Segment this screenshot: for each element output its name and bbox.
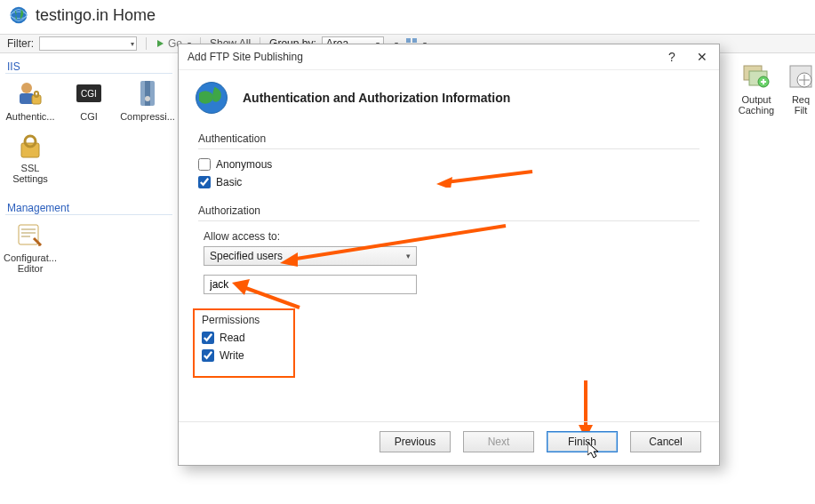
- chevron-down-icon: ▾: [131, 40, 134, 48]
- filter-label: Filter:: [7, 37, 34, 50]
- user-lock-icon: [16, 79, 44, 108]
- launcher-label: Req Filt: [792, 94, 810, 116]
- lock-icon: [16, 131, 44, 159]
- svg-rect-13: [145, 81, 150, 106]
- previous-button[interactable]: Previous: [380, 431, 451, 452]
- authz-section-title: Authorization: [198, 204, 699, 217]
- allow-access-dropdown[interactable]: Specified users ▾: [204, 246, 417, 266]
- launcher-config-editor[interactable]: Configurat... Editor: [5, 220, 55, 274]
- svg-marker-33: [587, 443, 598, 458]
- management-icon-grid: Configurat... Editor: [5, 220, 172, 274]
- cancel-button[interactable]: Cancel: [630, 431, 701, 452]
- write-label: Write: [220, 349, 244, 362]
- close-button[interactable]: ✕: [694, 50, 710, 64]
- launcher-cgi[interactable]: CGI CGI: [64, 79, 114, 122]
- management-group-header: Management: [5, 198, 172, 215]
- launcher-compression[interactable]: Compressi...: [123, 79, 172, 122]
- authentication-section: Authentication Anonymous Basic: [198, 132, 699, 188]
- svg-rect-3: [412, 38, 417, 43]
- ftp-publishing-dialog: Add FTP Site Publishing ? ✕ Authenticati…: [178, 44, 720, 466]
- config-editor-icon: [16, 220, 44, 249]
- go-arrow-icon: [156, 38, 166, 49]
- read-checkbox-row[interactable]: Read: [202, 332, 286, 344]
- finish-button[interactable]: Finish: [547, 431, 618, 452]
- dialog-titlebar: Add FTP Site Publishing ? ✕: [179, 44, 719, 70]
- page-titlebar: testingo.in Home: [0, 0, 815, 34]
- globe-large-icon: [193, 79, 230, 116]
- auth-section-title: Authentication: [198, 132, 699, 145]
- compression-icon: [133, 79, 162, 108]
- iis-icon-grid: Authentic... CGI CGI Compressi...: [5, 79, 172, 122]
- dialog-title: Add FTP Site Publishing: [188, 51, 303, 63]
- allow-access-value: Specified users: [210, 250, 283, 262]
- launcher-label: Compressi...: [120, 111, 175, 122]
- svg-rect-2: [406, 38, 411, 43]
- anonymous-label: Anonymous: [216, 158, 272, 171]
- svg-point-14: [145, 96, 150, 101]
- dialog-button-row: Previous Next Finish Cancel: [179, 421, 719, 465]
- launcher-label: CGI: [80, 111, 98, 122]
- perm-section-title: Permissions: [202, 314, 286, 326]
- launcher-ssl-settings[interactable]: SSL Settings: [5, 131, 55, 184]
- anonymous-checkbox-row[interactable]: Anonymous: [198, 158, 699, 171]
- basic-checkbox-row[interactable]: Basic: [198, 176, 699, 188]
- dialog-header: Authentication and Authorization Informa…: [179, 70, 719, 132]
- next-button: Next: [463, 431, 534, 452]
- launcher-output-caching[interactable]: Output Caching: [735, 62, 778, 116]
- filter-combo[interactable]: ▾: [39, 36, 137, 51]
- read-label: Read: [220, 332, 245, 344]
- launcher-request-filtering[interactable]: Req Filt: [787, 62, 815, 116]
- authorization-section: Authorization Allow access to: Specified…: [198, 204, 699, 294]
- read-checkbox[interactable]: [202, 332, 214, 344]
- cursor-icon: [587, 443, 602, 460]
- launcher-label: Authentic...: [5, 111, 54, 122]
- anonymous-checkbox[interactable]: [198, 158, 211, 171]
- basic-label: Basic: [216, 176, 242, 188]
- cgi-icon: CGI: [75, 79, 103, 108]
- dialog-body: Authentication Anonymous Basic Authoriza…: [179, 132, 719, 380]
- users-input[interactable]: [204, 275, 417, 294]
- permissions-highlight-box: Permissions Read Write: [193, 308, 295, 378]
- allow-access-label: Allow access to:: [204, 230, 699, 243]
- request-filter-icon: [787, 62, 815, 91]
- output-cache-icon: [742, 62, 771, 91]
- left-icon-column: IIS Authentic... CGI CGI Compressi... SS…: [0, 53, 178, 502]
- launcher-label: Configurat... Editor: [4, 252, 57, 274]
- dialog-heading: Authentication and Authorization Informa…: [243, 91, 510, 105]
- launcher-authentication[interactable]: Authentic...: [5, 79, 55, 122]
- write-checkbox[interactable]: [202, 349, 214, 362]
- right-strip: Output Caching Req Filt: [735, 62, 815, 116]
- launcher-label: Output Caching: [739, 94, 774, 116]
- svg-rect-15: [21, 143, 39, 157]
- permissions-section: Permissions Read Write: [198, 310, 699, 380]
- iis-group-header: IIS: [5, 57, 172, 74]
- svg-point-6: [21, 83, 32, 93]
- iis-icon-grid-2: SSL Settings: [5, 131, 172, 184]
- write-checkbox-row[interactable]: Write: [202, 349, 286, 362]
- page-title: testingo.in Home: [36, 6, 156, 25]
- svg-rect-9: [35, 92, 38, 97]
- chevron-down-icon: ▾: [406, 252, 411, 260]
- launcher-label: SSL Settings: [5, 163, 55, 184]
- separator: [146, 37, 147, 50]
- svg-text:CGI: CGI: [81, 89, 97, 99]
- help-button[interactable]: ?: [664, 50, 680, 64]
- basic-checkbox[interactable]: [198, 176, 211, 188]
- site-globe-icon: [9, 5, 28, 25]
